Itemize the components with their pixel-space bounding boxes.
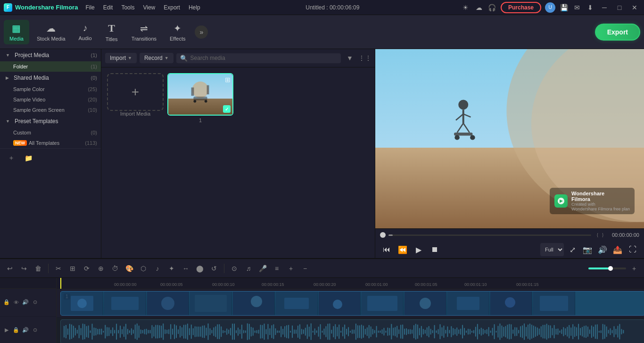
scrubber-handle[interactable]: [380, 232, 386, 238]
minimize-button[interactable]: ─: [599, 2, 610, 13]
zoom-handle[interactable]: [608, 266, 613, 271]
audio-clip[interactable]: [60, 319, 644, 343]
track-solo-icon[interactable]: ⊙: [31, 299, 39, 306]
svg-rect-2: [193, 97, 207, 100]
sidebar-item-all-templates[interactable]: NEW All Templates (113): [0, 138, 101, 148]
track-labels: 🔒 👁 🔊 ⊙ ▶ 🔒 🔊 ⊙: [0, 278, 57, 343]
audio-track-lock-icon[interactable]: 🔒: [12, 326, 20, 334]
waveform-svg: [63, 321, 643, 342]
volume-icon[interactable]: 🔊: [596, 243, 609, 256]
screenshot-icon[interactable]: 📷: [581, 243, 594, 256]
menu-edit[interactable]: Edit: [99, 3, 117, 12]
step-back-button[interactable]: ⏪: [396, 243, 409, 256]
toolbar-audio[interactable]: ♪ Audio: [73, 20, 98, 44]
sidebar-item-folder[interactable]: Folder (1): [0, 61, 101, 72]
stabilize-button[interactable]: ⬡: [137, 262, 149, 275]
search-input[interactable]: [190, 55, 337, 61]
sidebar-item-sample-video[interactable]: Sample Video (20): [0, 94, 101, 105]
crop-button[interactable]: ⊞: [66, 262, 79, 275]
output-settings-icon[interactable]: 📤: [611, 243, 624, 256]
track-mute-icon[interactable]: 🔊: [22, 299, 29, 306]
svg-rect-187: [327, 324, 328, 340]
zoom-bar[interactable]: [588, 268, 626, 269]
redo-button[interactable]: ↪: [18, 262, 30, 275]
delete-button[interactable]: 🗑: [32, 262, 44, 275]
svg-rect-118: [198, 326, 199, 337]
zoom-in-button[interactable]: +: [628, 262, 640, 275]
audio-track-solo-icon[interactable]: ⊙: [31, 326, 39, 334]
sidebar-item-sample-green[interactable]: Sample Green Screen (10): [0, 105, 101, 115]
video-clip-1[interactable]: 1: [60, 291, 644, 316]
fit-screen-icon[interactable]: ⤢: [566, 243, 579, 256]
toolbar-transitions[interactable]: ⇌ Transitions: [126, 20, 162, 44]
color-button[interactable]: 🎨: [123, 262, 135, 275]
zoom-out-button[interactable]: −: [299, 262, 311, 275]
add-media-icon[interactable]: ＋: [6, 152, 17, 164]
notification-icon[interactable]: ✉: [572, 3, 582, 12]
toolbar-stock-label: Stock Media: [37, 36, 66, 42]
reverse-button[interactable]: ↺: [208, 262, 220, 275]
playhead[interactable]: ▼: [60, 278, 61, 289]
toolbar-audio-label: Audio: [79, 35, 92, 41]
media-thumbnail-1[interactable]: ⊞ ✓: [167, 73, 233, 116]
menu-help[interactable]: Help: [185, 3, 204, 12]
record-voice-button[interactable]: 🎤: [256, 262, 269, 275]
sidebar-item-custom[interactable]: Custom (0): [0, 127, 101, 138]
menu-file[interactable]: File: [82, 3, 98, 12]
mix-button[interactable]: ≡: [271, 262, 283, 275]
stop-button[interactable]: ⏹: [428, 243, 441, 256]
skip-back-button[interactable]: ⏮: [380, 243, 393, 256]
record-button[interactable]: Record ▼: [140, 53, 173, 63]
purchase-button[interactable]: Purchase: [501, 2, 541, 13]
track-lock-icon[interactable]: 🔒: [3, 299, 10, 306]
close-button[interactable]: ✕: [629, 2, 640, 13]
grid-options-icon[interactable]: ⋮⋮: [359, 52, 371, 64]
svg-rect-61: [92, 324, 93, 340]
play-button[interactable]: ▶: [412, 243, 425, 256]
maximize-button[interactable]: □: [614, 2, 625, 13]
toolbar-stock-media[interactable]: ☁ Stock Media: [31, 20, 71, 44]
filter-icon[interactable]: ▼: [344, 52, 356, 64]
cut-button[interactable]: ✂: [52, 262, 65, 275]
audio-button[interactable]: ♪: [151, 262, 164, 275]
mask-button[interactable]: ⬤: [194, 262, 206, 275]
scene-detect-button[interactable]: ⊙: [228, 262, 240, 275]
export-button[interactable]: Export: [595, 24, 640, 41]
audio-track-play-icon[interactable]: ▶: [3, 326, 10, 334]
scrubber-bar[interactable]: [388, 234, 591, 236]
toolbar-titles[interactable]: T Titles: [99, 19, 124, 45]
rotate-button[interactable]: ⟳: [81, 262, 93, 275]
track-eye-icon[interactable]: 👁: [12, 299, 20, 306]
menu-tools[interactable]: Tools: [117, 3, 138, 12]
sidebar-item-sample-color[interactable]: Sample Color (25): [0, 84, 101, 94]
fullscreen-icon[interactable]: ⛶: [626, 243, 639, 256]
sidebar-header-project-media[interactable]: ▼ Project Media (1): [0, 49, 101, 61]
motion-button[interactable]: ↔: [180, 262, 192, 275]
download-icon[interactable]: ⬇: [586, 3, 595, 12]
svg-rect-138: [236, 330, 237, 334]
user-avatar[interactable]: U: [545, 2, 555, 13]
beat-button[interactable]: ♬: [242, 262, 255, 275]
sun-icon[interactable]: ☀: [461, 3, 471, 12]
sidebar-header-preset-templates[interactable]: ▼ Preset Templates: [0, 115, 101, 127]
add-track-button[interactable]: +: [285, 262, 297, 275]
cloud-icon[interactable]: ☁: [474, 3, 484, 12]
menu-export[interactable]: Export: [160, 3, 184, 12]
speed-button[interactable]: ⏱: [109, 262, 121, 275]
toolbar-effects[interactable]: ✦ Effects: [164, 20, 191, 44]
headphones-icon[interactable]: 🎧: [487, 3, 497, 12]
ai-button[interactable]: ✦: [165, 262, 178, 275]
toolbar-more-button[interactable]: »: [195, 25, 208, 39]
import-media-tile[interactable]: +: [107, 73, 164, 111]
svg-rect-81: [129, 330, 130, 333]
import-button[interactable]: Import ▼: [105, 53, 137, 63]
sidebar-header-shared-media[interactable]: ▶ Shared Media (0): [0, 72, 101, 84]
save-cloud-icon[interactable]: 💾: [559, 3, 569, 12]
undo-button[interactable]: ↩: [4, 262, 16, 275]
toolbar-media[interactable]: ▦ Media: [4, 20, 29, 44]
zoom-fit-button[interactable]: ⊕: [95, 262, 107, 275]
quality-select[interactable]: Full 1/2 1/4: [540, 243, 564, 256]
audio-track-mute-icon[interactable]: 🔊: [22, 326, 29, 334]
menu-view[interactable]: View: [139, 3, 159, 12]
open-folder-icon[interactable]: 📁: [23, 152, 34, 164]
